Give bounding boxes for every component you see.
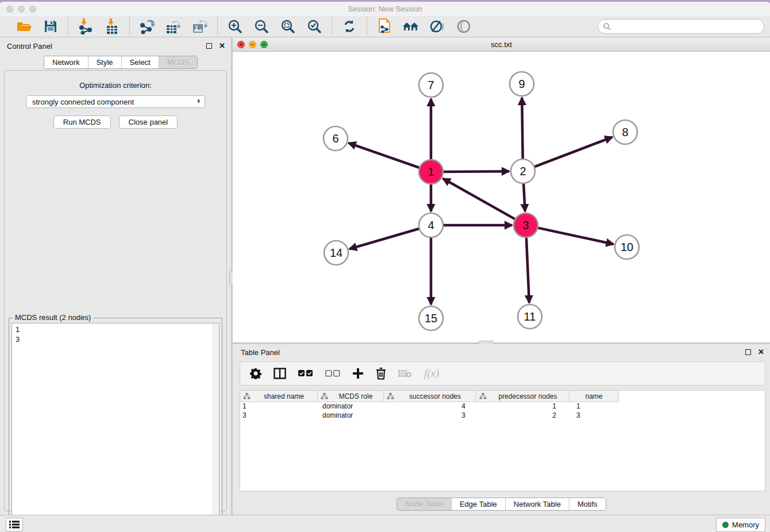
gear-icon <box>250 368 261 379</box>
graph-node-9[interactable]: 9 <box>510 72 534 96</box>
column-type-icon <box>243 392 251 400</box>
mcds-result-list[interactable]: 1 3 <box>11 323 220 532</box>
graph-node-14[interactable]: 14 <box>324 241 348 265</box>
graph-node-3[interactable]: 3 <box>514 213 538 237</box>
table-settings-button[interactable] <box>250 368 261 379</box>
delete-table-button[interactable] <box>398 369 412 378</box>
tab-select[interactable]: Select <box>122 56 159 68</box>
checked-boxes-icon <box>298 370 313 377</box>
graph-edge-2-9[interactable] <box>522 98 522 161</box>
zoom-fit-button[interactable] <box>279 18 297 35</box>
search-box[interactable] <box>598 19 764 34</box>
export-network-button[interactable] <box>138 18 156 35</box>
tab-network-table[interactable]: Network Table <box>506 498 569 510</box>
refresh-layout-button[interactable] <box>340 18 359 35</box>
graph-node-10[interactable]: 10 <box>615 235 639 259</box>
result-scrollbar[interactable] <box>213 323 219 531</box>
graph-node-4[interactable]: 4 <box>419 213 443 237</box>
close-table-panel-icon[interactable]: ✕ <box>758 349 764 355</box>
home-button[interactable] <box>402 18 420 35</box>
birds-eye-view-button[interactable] <box>455 18 473 35</box>
hide-graphics-details-icon <box>429 19 445 34</box>
memory-status-icon <box>722 522 729 528</box>
graph-node-label: 1 <box>428 165 434 178</box>
close-panel-button[interactable]: Close panel <box>119 115 178 129</box>
mcds-panel: Optimization criterion: strongly connect… <box>4 70 227 511</box>
task-history-button[interactable] <box>6 518 23 531</box>
graph-edge-2-3[interactable] <box>523 181 525 211</box>
tab-motifs[interactable]: Motifs <box>569 498 606 510</box>
tab-mcds[interactable]: MCDS <box>159 56 197 68</box>
control-panel-title: Control Panel <box>7 42 206 51</box>
float-panel-button[interactable] <box>206 43 212 49</box>
graph-node-1[interactable]: 1 <box>419 160 443 184</box>
table-toolbar: f(x) <box>240 361 765 385</box>
graph-node-11[interactable]: 11 <box>518 304 542 329</box>
status-bar: Memory <box>0 515 770 532</box>
zoom-window-button[interactable] <box>29 6 36 13</box>
column-header-name[interactable]: name <box>569 391 619 402</box>
zoom-out-button[interactable] <box>252 18 271 35</box>
search-input[interactable] <box>611 22 764 31</box>
column-header-shared-name[interactable]: shared name <box>240 391 318 402</box>
cell-predecessor-nodes: 1 <box>476 402 569 411</box>
column-header-predecessor-nodes[interactable]: predecessor nodes <box>476 391 569 402</box>
graph-node-6[interactable]: 6 <box>324 126 348 151</box>
column-header-mcds-role[interactable]: MCDS role <box>318 391 384 402</box>
network-minimize-button[interactable]: − <box>249 41 256 48</box>
tab-edge-table[interactable]: Edge Table <box>452 498 506 510</box>
import-table-button[interactable] <box>103 18 121 35</box>
search-icon <box>603 22 611 30</box>
graph-node-2[interactable]: 2 <box>511 159 535 183</box>
memory-button[interactable]: Memory <box>716 518 765 532</box>
network-canvas[interactable]: 7968124314101511 <box>233 52 770 342</box>
column-header-successor-nodes[interactable]: successor nodes <box>384 391 476 402</box>
graph-edge-2-8[interactable] <box>532 137 613 168</box>
open-file-button[interactable] <box>15 18 33 35</box>
node-table[interactable]: shared name MCDS role successor nodes pr… <box>240 390 765 491</box>
criterion-select[interactable]: strongly connected component ▲▼ <box>26 95 205 108</box>
zoom-in-button[interactable] <box>226 18 244 35</box>
graph-node-8[interactable]: 8 <box>613 120 637 144</box>
graph-edge-1-2[interactable] <box>441 171 509 172</box>
graph-edge-1-6[interactable] <box>349 143 422 168</box>
function-builder-button[interactable]: f(x) <box>424 367 439 380</box>
delete-column-button[interactable] <box>376 368 386 380</box>
delete-table-icon <box>398 369 412 378</box>
minimize-window-button[interactable] <box>18 6 25 13</box>
cell-successor-nodes: 4 <box>384 402 476 411</box>
import-network-button[interactable] <box>76 18 95 35</box>
export-image-button[interactable] <box>191 18 209 35</box>
deselect-all-button[interactable] <box>325 370 340 377</box>
add-column-button[interactable] <box>352 368 364 379</box>
hide-graphics-details-button[interactable] <box>428 18 446 35</box>
table-column-button[interactable] <box>274 368 286 379</box>
plus-icon <box>352 368 364 379</box>
graph-edge-3-11[interactable] <box>526 235 529 303</box>
graph-edge-3-10[interactable] <box>536 228 614 244</box>
clone-network-button[interactable] <box>375 18 394 35</box>
close-panel-icon[interactable]: ✕ <box>219 43 225 49</box>
cell-mcds-role: dominator <box>318 402 384 411</box>
graph-edge-4-14[interactable] <box>349 228 422 249</box>
save-session-button[interactable] <box>41 18 60 35</box>
close-window-button[interactable] <box>6 6 13 13</box>
table-row[interactable]: 3 dominator 3 2 3 <box>240 411 765 421</box>
save-icon <box>44 20 57 33</box>
graph-node-7[interactable]: 7 <box>419 73 443 97</box>
graph-node-15[interactable]: 15 <box>419 306 443 330</box>
select-all-button[interactable] <box>298 370 313 377</box>
float-table-panel-button[interactable] <box>745 349 751 355</box>
open-folder-icon <box>16 20 32 33</box>
tab-network[interactable]: Network <box>44 56 88 68</box>
zoom-selected-button[interactable] <box>305 18 324 35</box>
run-mcds-button[interactable]: Run MCDS <box>53 115 111 129</box>
graph-node-label: 2 <box>519 165 526 178</box>
table-row[interactable]: 1 dominator 4 1 1 <box>240 402 765 411</box>
network-zoom-button[interactable]: + <box>260 41 268 48</box>
network-close-button[interactable]: × <box>237 41 245 48</box>
tab-node-table[interactable]: Node Table <box>397 498 452 510</box>
export-table-button[interactable] <box>164 18 183 35</box>
tab-style[interactable]: Style <box>88 56 122 68</box>
graph-edge-3-1[interactable] <box>443 179 517 221</box>
